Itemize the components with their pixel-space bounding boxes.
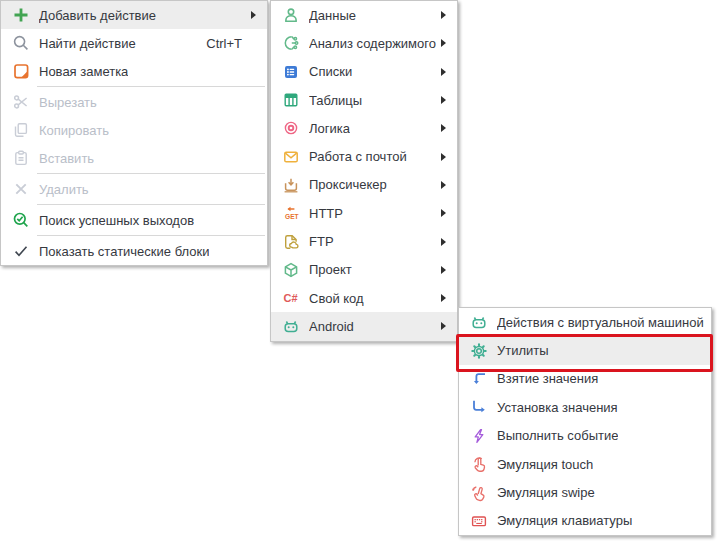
menu-item-label: Анализ содержимого: [309, 36, 436, 51]
menu-item[interactable]: Проект: [271, 256, 457, 284]
context-menu: Добавить действиеНайти действиеCtrl+TНов…: [0, 0, 268, 266]
menu-item[interactable]: Поиск успешных выходов: [1, 206, 267, 234]
submenu-arrow-icon: [441, 181, 446, 189]
submenu-arrow-icon: [441, 96, 446, 104]
menu-item[interactable]: Эмуляция клавиатуры: [459, 507, 711, 535]
menu-item-label: Android: [309, 319, 354, 334]
menu-item-label: Вырезать: [39, 95, 97, 110]
svg-text:GET: GET: [285, 213, 299, 220]
menu-item[interactable]: GETHTTP: [271, 199, 457, 227]
menu-item[interactable]: Логика: [271, 114, 457, 142]
menu-item[interactable]: Анализ содержимого: [271, 29, 457, 57]
menu-item[interactable]: Действия с виртуальной машиной: [459, 308, 711, 336]
separator: [37, 235, 265, 236]
menu-item[interactable]: Работа с почтой: [271, 142, 457, 170]
table-icon: [281, 91, 301, 109]
submenu-arrow-icon: [251, 11, 256, 19]
menu-item[interactable]: Показать статические блоки: [1, 237, 267, 265]
menu-item-label: Проксичекер: [309, 177, 387, 192]
menu-item-label: Новая заметка: [39, 64, 128, 79]
check-icon: [11, 242, 31, 260]
submenu-arrow-icon: [441, 209, 446, 217]
swipe-icon: [469, 484, 489, 502]
submenu-arrow-icon: [441, 238, 446, 246]
ftp-icon: [281, 233, 301, 251]
menu-item: Копировать: [1, 116, 267, 144]
menu-item[interactable]: Найти действиеCtrl+T: [1, 29, 267, 57]
plus-icon: [11, 6, 31, 24]
menu-item-label: Действия с виртуальной машиной: [497, 315, 704, 330]
content-analysis-icon: [281, 34, 301, 52]
menu-item-label: Вставить: [39, 151, 94, 166]
note-icon: [11, 62, 31, 80]
menu-item-label: Утилиты: [497, 343, 549, 358]
menu-item[interactable]: Эмуляция swipe: [459, 478, 711, 506]
menu-item-label: Поиск успешных выходов: [39, 213, 194, 228]
list-icon: [281, 63, 301, 81]
submenu-arrow-icon: [441, 124, 446, 132]
submenu-arrow-icon: [441, 322, 446, 330]
menu-item[interactable]: Данные: [271, 1, 457, 29]
submenu-arrow-icon: [441, 294, 446, 302]
set-value-icon: [469, 398, 489, 416]
menu-item-label: Работа с почтой: [309, 149, 407, 164]
menu-item[interactable]: Таблицы: [271, 86, 457, 114]
menu-item-label: Эмуляция touch: [497, 457, 593, 472]
paste-icon: [11, 149, 31, 167]
android-submenu: Действия с виртуальной машинойУтилитыВзя…: [458, 307, 712, 536]
submenu-arrow-icon: [441, 266, 446, 274]
cut-icon: [11, 93, 31, 111]
menu-item[interactable]: Взятие значения: [459, 365, 711, 393]
run-event-icon: [469, 427, 489, 445]
menu-item[interactable]: C#Свой код: [271, 284, 457, 312]
menu-item[interactable]: Эмуляция touch: [459, 450, 711, 478]
separator: [37, 86, 265, 87]
menu-item[interactable]: Проксичекер: [271, 171, 457, 199]
menu-item-label: FTP: [309, 234, 334, 249]
menu-item[interactable]: Утилиты: [459, 336, 711, 364]
menu-item-label: HTTP: [309, 206, 343, 221]
menu-item-label: Списки: [309, 64, 352, 79]
proxy-checker-icon: [281, 176, 301, 194]
menu-item[interactable]: Добавить действие: [1, 1, 267, 29]
menu-item-label: Эмуляция swipe: [497, 485, 595, 500]
menu-item[interactable]: FTP: [271, 227, 457, 255]
menu-item[interactable]: Установка значения: [459, 393, 711, 421]
delete-icon: [11, 180, 31, 198]
logic-icon: [281, 119, 301, 137]
mail-icon: [281, 148, 301, 166]
submenu-arrow-icon: [441, 153, 446, 161]
add-action-submenu: ДанныеАнализ содержимогоСпискиТаблицыЛог…: [270, 0, 458, 342]
menu-item: Удалить: [1, 175, 267, 203]
menu-item-label: Свой код: [309, 291, 364, 306]
submenu-arrow-icon: [441, 11, 446, 19]
menu-item-label: Эмуляция клавиатуры: [497, 513, 632, 528]
touch-icon: [469, 455, 489, 473]
menu-item[interactable]: Новая заметка: [1, 57, 267, 85]
search-success-icon: [11, 211, 31, 229]
menu-item-label: Таблицы: [309, 93, 362, 108]
menu-item-label: Взятие значения: [497, 371, 598, 386]
submenu-arrow-icon: [441, 68, 446, 76]
menu-item-label: Проект: [309, 262, 352, 277]
android-icon: [469, 313, 489, 331]
menu-item: Вставить: [1, 144, 267, 172]
android-icon: [281, 317, 301, 335]
copy-icon: [11, 121, 31, 139]
keyboard-icon: [469, 512, 489, 530]
menu-item[interactable]: Списки: [271, 58, 457, 86]
http-get-icon: GET: [281, 204, 301, 222]
menu-item-label: Удалить: [39, 182, 89, 197]
menu-item-label: Показать статические блоки: [39, 244, 209, 259]
project-cube-icon: [281, 261, 301, 279]
menu-item-label: Копировать: [39, 123, 109, 138]
menu-item-label: Данные: [309, 8, 356, 23]
menu-item[interactable]: Выполнить событие: [459, 422, 711, 450]
take-value-icon: [469, 370, 489, 388]
menu-item-label: Логика: [309, 121, 350, 136]
menu-item[interactable]: Android: [271, 312, 457, 340]
menu-item: Вырезать: [1, 88, 267, 116]
menu-item-label: Установка значения: [497, 400, 618, 415]
menu-item-label: Найти действие: [39, 36, 136, 51]
gear-icon: [469, 342, 489, 360]
